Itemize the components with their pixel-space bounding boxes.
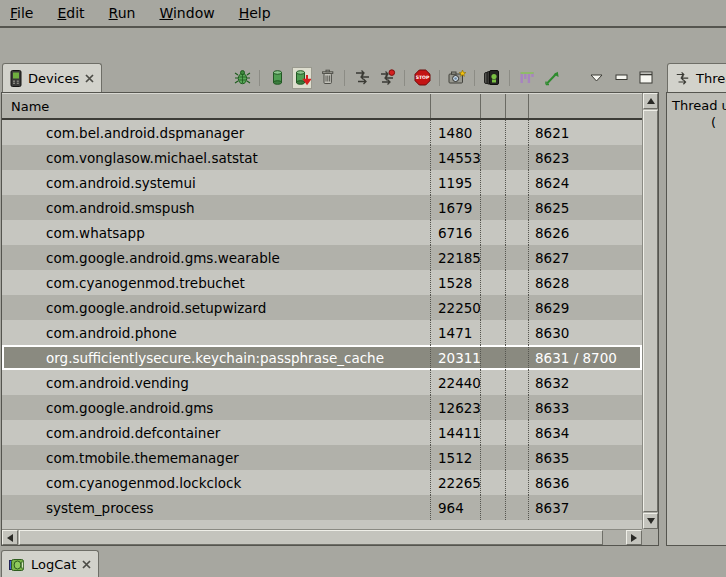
view-menu-icon[interactable] [586,67,606,89]
threads-message-line2: ( [711,115,716,130]
heap-status-cell [480,170,505,195]
heap-status-cell [480,245,505,270]
horizontal-scrollbar-thumb[interactable] [19,530,603,545]
column-header-pid[interactable] [430,94,480,118]
stop-process-icon[interactable]: STOP [412,67,432,89]
table-row[interactable]: org.sufficientlysecure.keychain:passphra… [2,345,642,370]
process-pid: 22250 [430,295,480,320]
process-pid: 22440 [430,370,480,395]
process-pid: 1679 [430,195,480,220]
table-row[interactable]: com.android.defcontainer144118634 [2,420,642,445]
minimize-icon[interactable] [611,67,631,89]
device-table-header: Name [2,93,642,120]
table-row[interactable]: com.google.android.gms.wearable221858627 [2,245,642,270]
process-pid: 964 [430,495,480,520]
heap-status-cell [480,370,505,395]
column-header-threads[interactable] [505,94,528,118]
process-name: com.android.vending [2,370,430,395]
maximize-icon[interactable] [636,67,656,89]
heap-status-cell [480,495,505,520]
opengl-trace-icon[interactable] [542,67,562,89]
table-row[interactable]: system_process9648637 [2,495,642,520]
table-row[interactable]: com.bel.android.dspmanager14808621 [2,120,642,145]
scroll-down-button[interactable] [643,513,658,529]
process-port: 8630 [528,320,642,345]
capture-screens-icon[interactable] [482,67,502,89]
menu-bar: File Edit Run Window Help [0,0,726,28]
column-header-name[interactable]: Name [2,94,430,118]
horizontal-scrollbar[interactable] [2,529,642,545]
table-row[interactable]: com.cyanogenmod.lockclock222658636 [2,470,642,495]
process-pid: 14553 [430,145,480,170]
heap-status-cell [480,220,505,245]
menu-edit[interactable]: Edit [57,5,84,21]
table-row[interactable]: com.vonglasow.michael.satstat145538623 [2,145,642,170]
phone-icon [10,70,22,87]
tab-threads[interactable]: Threa [667,63,726,93]
process-port: 8632 [528,370,642,395]
cause-gc-icon[interactable] [317,67,337,89]
close-icon[interactable] [82,560,91,569]
table-row[interactable]: com.android.systemui11958624 [2,170,642,195]
table-row[interactable]: com.google.android.gms126238633 [2,395,642,420]
column-header-port[interactable] [528,94,642,118]
process-name: org.sufficientlysecure.keychain:passphra… [2,345,430,370]
screen-capture-icon[interactable] [447,67,467,89]
debug-process-icon[interactable] [232,67,252,89]
table-row[interactable]: com.android.smspush16798625 [2,195,642,220]
table-row[interactable]: com.whatsapp67168626 [2,220,642,245]
tab-logcat[interactable]: LogCat [1,550,99,577]
process-port: 8631 / 8700 [528,345,642,370]
system-trace-icon[interactable] [517,67,537,89]
triangle-up-icon [647,98,655,104]
table-row[interactable]: com.google.android.setupwizard222508629 [2,295,642,320]
thread-status-cell [505,245,528,270]
menu-file[interactable]: File [10,5,33,21]
thread-status-cell [505,370,528,395]
threads-panel: Threa Thread up ( [666,61,726,546]
process-name: com.android.defcontainer [2,420,430,445]
process-name: com.google.android.gms [2,395,430,420]
column-header-heap[interactable] [480,94,505,118]
process-name: com.android.systemui [2,170,430,195]
menu-window[interactable]: Window [159,5,214,21]
start-method-profiling-icon[interactable] [377,67,397,89]
vertical-scrollbar[interactable] [642,93,658,529]
toolbar-separator [439,70,440,86]
close-icon[interactable] [85,74,94,83]
vertical-scrollbar-thumb[interactable] [643,110,658,512]
table-row[interactable]: com.cyanogenmod.trebuchet15288628 [2,270,642,295]
heap-status-cell [480,145,505,170]
menu-help[interactable]: Help [239,5,271,21]
heap-status-cell [480,320,505,345]
thread-status-cell [505,220,528,245]
table-row[interactable]: com.tmobile.thememanager15128635 [2,445,642,470]
threads-tab-label: Threa [696,71,726,86]
threads-icon [675,71,690,86]
menu-run[interactable]: Run [109,5,136,21]
heap-status-cell [480,470,505,495]
dump-hprof-icon[interactable] [292,67,312,89]
triangle-down-icon [647,518,655,524]
process-pid: 6716 [430,220,480,245]
scroll-right-button[interactable] [626,530,642,545]
process-name: com.google.android.gms.wearable [2,245,430,270]
table-row[interactable]: com.android.phone14718630 [2,320,642,345]
process-name: com.cyanogenmod.trebuchet [2,270,430,295]
thread-status-cell [505,295,528,320]
scroll-up-button[interactable] [643,93,658,109]
process-port: 8623 [528,145,642,170]
update-heap-icon[interactable] [267,67,287,89]
process-port: 8636 [528,470,642,495]
process-name: com.cyanogenmod.lockclock [2,470,430,495]
table-row[interactable]: com.android.vending224408632 [2,370,642,395]
tab-devices[interactable]: Devices [2,63,102,93]
horizontal-scrollbar-track[interactable] [18,530,626,545]
thread-status-cell [505,145,528,170]
thread-status-cell [505,270,528,295]
scroll-left-button[interactable] [2,530,18,545]
update-threads-icon[interactable] [352,67,372,89]
process-pid: 1528 [430,270,480,295]
heap-status-cell [480,120,505,145]
threads-panel-content: Thread up ( [666,92,726,546]
